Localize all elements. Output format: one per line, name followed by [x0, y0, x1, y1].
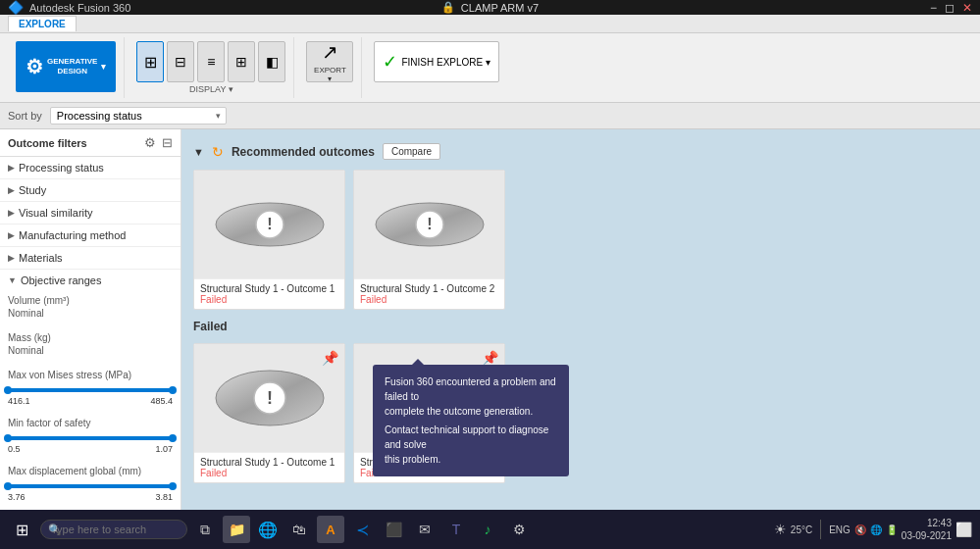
error-tooltip-arrow: [412, 359, 424, 365]
display-3d-button[interactable]: ◧: [258, 41, 285, 82]
tab-explore[interactable]: EXPLORE: [8, 16, 77, 31]
filter-section-materials: ▶ Materials: [0, 247, 181, 270]
sort-select[interactable]: Processing status Mass Volume Cost: [50, 107, 227, 125]
range-thumb-right-displacement[interactable]: [169, 482, 177, 490]
taskbar-search-input[interactable]: [40, 520, 187, 539]
maximize-button[interactable]: ◻: [945, 1, 954, 15]
display-list-button[interactable]: ≡: [197, 41, 225, 82]
pin-icon-failed-2[interactable]: 📌: [482, 350, 498, 366]
taskbar-divider: [820, 520, 821, 539]
range-section-mises: Max von Mises stress (MPa) 416.1 485.4: [0, 366, 181, 414]
filter-row-manufacturing[interactable]: ▶ Manufacturing method: [0, 225, 181, 246]
card-image-rec-2: !: [354, 171, 504, 278]
failed-cards-grid: 📌 !: [189, 339, 972, 487]
battery-icon[interactable]: 🔋: [886, 524, 898, 535]
file-explorer-icon[interactable]: 📁: [223, 516, 250, 543]
filter-arrow-study: ▶: [8, 185, 15, 195]
filter-row-materials[interactable]: ▶ Materials: [0, 247, 181, 269]
export-label: EXPORT ▾: [312, 66, 347, 83]
filter-arrow-manufacturing: ▶: [8, 230, 15, 240]
error-tooltip-line4: this problem.: [385, 452, 557, 467]
error-tooltip-line2: complete the outcome generation.: [385, 404, 557, 419]
generative-design-button[interactable]: ⚙ GENERATIVE DESIGN ▾: [16, 41, 116, 92]
card-name-rec-2: Structural Study 1 - Outcome 2: [360, 283, 498, 294]
error-tooltip-line1: Fusion 360 encountered a problem and fai…: [385, 374, 557, 404]
section-title-recommended: Recommended outcomes: [232, 145, 375, 159]
vscode-icon[interactable]: ≺: [348, 516, 376, 543]
gen-design-icon: ⚙: [26, 55, 43, 78]
date: 03-09-2021: [902, 529, 952, 542]
export-button[interactable]: ↗ EXPORT ▾: [306, 41, 353, 82]
sort-bar: Sort by Processing status Mass Volume Co…: [0, 103, 980, 129]
filter-row-objective[interactable]: ▼ Objective ranges: [0, 270, 181, 291]
list-icon: ≡: [207, 54, 215, 70]
range-thumb-right-safety[interactable]: [169, 434, 177, 442]
terminal-icon[interactable]: ⬛: [380, 516, 407, 543]
range-min-displacement: 3.76: [8, 492, 26, 502]
title-bar-controls: − ◻ ✕: [930, 1, 972, 15]
range-thumb-right-mises[interactable]: [169, 386, 177, 394]
range-thumb-left-mises[interactable]: [4, 386, 12, 394]
svg-text:!: !: [427, 216, 432, 232]
teams-icon[interactable]: T: [442, 516, 470, 543]
filter-row-processing[interactable]: ▶ Processing status: [0, 157, 181, 178]
search-bar: 🔍: [40, 520, 187, 539]
filter-label-manufacturing: Manufacturing method: [19, 229, 126, 241]
filter-arrow-objective: ▼: [8, 275, 17, 285]
panel-title: Outcome filters: [8, 137, 87, 149]
time: 12:43: [902, 517, 952, 529]
close-button[interactable]: ✕: [962, 1, 972, 15]
filter-settings-icon[interactable]: ⚙: [144, 135, 156, 150]
finish-explore-button[interactable]: ✓ FINISH EXPLORE ▾: [374, 41, 499, 82]
display-table-button[interactable]: ⊞: [228, 41, 255, 82]
panel-header: Outcome filters ⚙ ⊟: [0, 129, 181, 157]
panel-icons: ⚙ ⊟: [144, 135, 173, 150]
network-icon[interactable]: 🌐: [870, 524, 882, 535]
filter-label-materials: Materials: [19, 252, 63, 264]
ribbon: EXPLORE ⚙ GENERATIVE DESIGN ▾ ⊞: [0, 15, 980, 103]
notification-icon[interactable]: ⬜: [955, 522, 972, 537]
arm-svg-failed-1: !: [206, 349, 334, 447]
volume-icon[interactable]: 🔇: [854, 524, 866, 535]
range-max-displacement: 3.81: [155, 492, 173, 502]
filter-arrow-visual: ▶: [8, 208, 15, 218]
range-track-mises: [8, 388, 173, 392]
range-thumb-left-safety[interactable]: [4, 434, 12, 442]
taskbar-time: 12:43 03-09-2021: [902, 517, 952, 542]
task-view-icon[interactable]: ⧉: [191, 516, 219, 543]
range-min-safety: 0.5: [8, 444, 21, 454]
minimize-button[interactable]: −: [930, 1, 937, 15]
ribbon-tabs: EXPLORE: [0, 15, 980, 33]
filter-adjust-icon[interactable]: ⊟: [162, 135, 173, 150]
mail-icon[interactable]: ✉: [411, 516, 438, 543]
display-grid-button[interactable]: ⊞: [136, 41, 164, 82]
start-button[interactable]: ⊞: [8, 517, 36, 543]
range-label-volume: Volume (mm³): [8, 295, 173, 306]
spotify-icon[interactable]: ♪: [474, 516, 501, 543]
display-split-button[interactable]: ⊟: [167, 41, 194, 82]
card-image-rec-1: !: [194, 171, 344, 278]
filter-label-objective: Objective ranges: [21, 274, 102, 286]
range-track-displacement: [8, 484, 173, 488]
pin-icon-failed-1[interactable]: 📌: [322, 350, 338, 366]
range-label-mises: Max von Mises stress (MPa): [8, 370, 173, 380]
card-name-failed-1: Structural Study 1 - Outcome 1: [200, 457, 338, 468]
compare-button[interactable]: Compare: [383, 143, 440, 160]
sort-select-wrapper[interactable]: Processing status Mass Volume Cost ▾: [50, 107, 227, 125]
range-sublabel-volume: Nominal: [8, 308, 173, 321]
section-arrow-recommended[interactable]: ▼: [193, 146, 204, 158]
card-status-rec-2: Failed: [360, 294, 498, 305]
filter-row-study[interactable]: ▶ Study: [0, 179, 181, 201]
fusion-icon[interactable]: A: [317, 516, 344, 543]
filter-row-visual[interactable]: ▶ Visual similarity: [0, 202, 181, 224]
card-status-rec-1: Failed: [200, 294, 338, 305]
weather-icon: ☀: [774, 522, 787, 537]
range-thumb-left-displacement[interactable]: [4, 482, 12, 490]
taskbar: ⊞ 🔍 ⧉ 📁 🌐 🛍 A ≺ ⬛ ✉ T ♪ ⚙ ☀ 25°C ENG 🔇 🌐…: [0, 510, 980, 549]
card-info-rec-1: Structural Study 1 - Outcome 1 Failed: [194, 278, 344, 309]
store-icon[interactable]: 🛍: [285, 516, 313, 543]
sort-label: Sort by: [8, 110, 42, 122]
settings-icon[interactable]: ⚙: [505, 516, 533, 543]
filter-label-study: Study: [19, 184, 46, 196]
chrome-icon[interactable]: 🌐: [254, 516, 282, 543]
